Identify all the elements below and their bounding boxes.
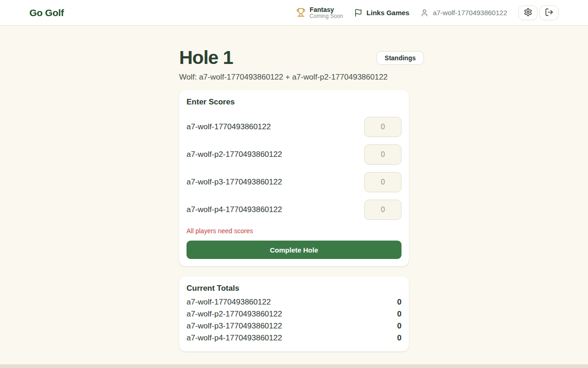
totals-player-score: 0 <box>397 332 401 344</box>
totals-row: a7-wolf-p2-1770493860122 0 <box>187 308 401 320</box>
main-content: Hole 1 Standings Wolf: a7-wolf-177049386… <box>179 26 409 351</box>
totals-player-name: a7-wolf-1770493860122 <box>187 296 271 308</box>
fantasy-coming-soon-label: Coming Soon <box>310 13 343 20</box>
totals-player-name: a7-wolf-p2-1770493860122 <box>187 308 282 320</box>
totals-player-score: 0 <box>397 296 401 308</box>
wolf-subtitle: Wolf: a7-wolf-1770493860122 + a7-wolf-p2… <box>179 73 409 82</box>
enter-scores-title: Enter Scores <box>187 98 401 107</box>
gear-icon <box>524 8 532 18</box>
player-name-label: a7-wolf-1770493860122 <box>187 122 271 132</box>
totals-row: a7-wolf-p3-1770493860122 0 <box>187 320 401 332</box>
score-input-player-2[interactable] <box>364 144 401 165</box>
score-input-player-3[interactable] <box>364 172 401 192</box>
current-totals-card: Current Totals a7-wolf-1770493860122 0 a… <box>179 276 409 351</box>
flag-icon <box>354 9 362 17</box>
totals-player-name: a7-wolf-p4-1770493860122 <box>187 332 282 344</box>
totals-player-name: a7-wolf-p3-1770493860122 <box>187 320 282 332</box>
score-row: a7-wolf-p2-1770493860122 <box>187 144 401 165</box>
enter-scores-card: Enter Scores a7-wolf-1770493860122 a7-wo… <box>179 90 409 266</box>
score-row: a7-wolf-p3-1770493860122 <box>187 172 401 192</box>
trophy-icon <box>296 8 305 17</box>
validation-error-message: All players need scores <box>187 227 401 235</box>
settings-button[interactable] <box>518 6 537 20</box>
score-row: a7-wolf-p4-1770493860122 <box>187 200 401 220</box>
score-row: a7-wolf-1770493860122 <box>187 117 401 137</box>
player-name-label: a7-wolf-p3-1770493860122 <box>187 178 282 187</box>
player-name-label: a7-wolf-p4-1770493860122 <box>187 205 282 214</box>
score-input-player-1[interactable] <box>364 117 401 137</box>
totals-player-score: 0 <box>397 320 401 332</box>
logout-button[interactable] <box>539 6 559 20</box>
totals-row: a7-wolf-1770493860122 0 <box>187 296 401 308</box>
fantasy-label: Fantasy <box>310 6 343 13</box>
logout-icon <box>545 8 554 18</box>
nav-item-fantasy[interactable]: Fantasy Coming Soon <box>296 6 343 20</box>
username-label: a7-wolf-1770493860122 <box>433 9 507 17</box>
brand-logo[interactable]: Go Golf <box>29 7 64 18</box>
user-icon <box>420 9 429 17</box>
totals-player-score: 0 <box>397 308 401 320</box>
player-name-label: a7-wolf-p2-1770493860122 <box>187 150 282 159</box>
app-header: Go Golf Fantasy Coming Soon <box>0 0 588 26</box>
complete-hole-button[interactable]: Complete Hole <box>187 241 401 259</box>
totals-row: a7-wolf-p4-1770493860122 0 <box>187 332 401 344</box>
footer-strip <box>0 364 588 368</box>
score-input-player-4[interactable] <box>364 200 401 220</box>
standings-button[interactable]: Standings <box>376 51 424 65</box>
current-totals-title: Current Totals <box>187 284 401 293</box>
page-title: Hole 1 <box>179 47 233 69</box>
links-games-label: Links Games <box>367 9 409 17</box>
nav-item-user[interactable]: a7-wolf-1770493860122 <box>420 9 507 17</box>
header-nav: Fantasy Coming Soon Links Games a7-wolf-… <box>296 6 559 20</box>
nav-item-links-games[interactable]: Links Games <box>354 9 409 17</box>
